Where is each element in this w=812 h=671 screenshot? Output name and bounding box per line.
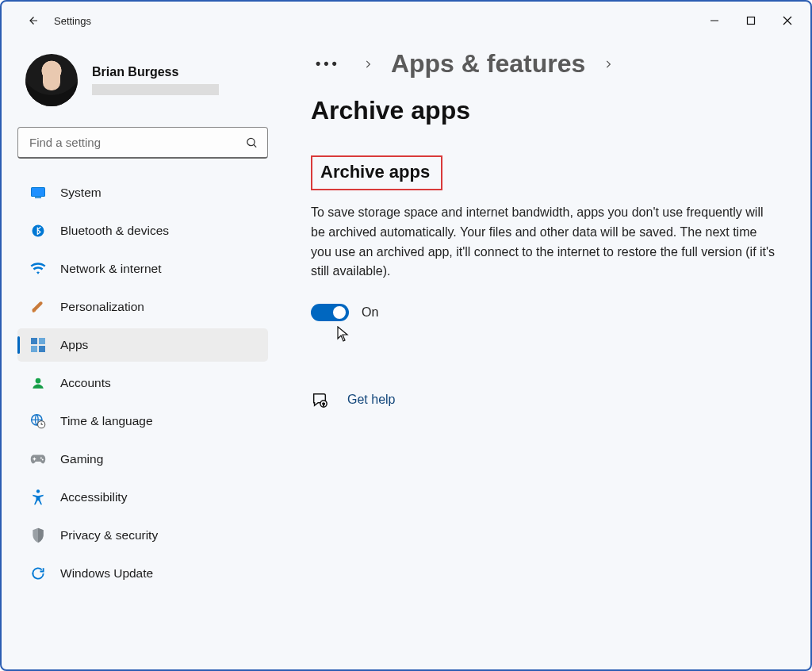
section-description: To save storage space and internet bandw…: [311, 203, 779, 282]
get-help-link[interactable]: Get help: [347, 393, 395, 407]
breadcrumb: ••• Apps & features Archive apps: [311, 49, 788, 125]
sidebar-item-privacy[interactable]: Privacy & security: [17, 519, 268, 552]
sidebar-item-label: Accessibility: [60, 490, 127, 504]
svg-line-5: [254, 144, 256, 147]
search: [17, 127, 268, 159]
sidebar-item-label: Time & language: [60, 414, 153, 428]
chevron-right-icon: [362, 59, 373, 70]
maximize-button[interactable]: [733, 6, 769, 36]
get-help-row[interactable]: ? Get help: [311, 391, 788, 408]
back-button[interactable]: [19, 7, 46, 34]
sidebar-item-label: Apps: [60, 338, 88, 352]
toggle-knob: [333, 306, 346, 319]
globe-clock-icon: [30, 413, 46, 429]
chevron-right-icon: [603, 59, 614, 70]
svg-rect-12: [31, 346, 37, 352]
breadcrumb-current: Archive apps: [311, 96, 470, 125]
minimize-icon: [710, 16, 719, 25]
archive-apps-toggle[interactable]: [311, 304, 349, 321]
maximize-icon: [746, 16, 756, 25]
minimize-button[interactable]: [696, 6, 733, 36]
svg-rect-11: [39, 338, 45, 344]
svg-point-14: [36, 378, 41, 384]
bluetooth-icon: [30, 223, 46, 239]
svg-rect-7: [32, 188, 44, 196]
sidebar-item-time[interactable]: Time & language: [17, 405, 268, 438]
titlebar: Settings: [2, 2, 810, 40]
profile[interactable]: Brian Burgess: [17, 40, 268, 127]
sidebar-item-label: Windows Update: [60, 566, 153, 581]
svg-point-19: [36, 489, 40, 493]
svg-rect-1: [748, 17, 755, 25]
help-icon: ?: [311, 391, 328, 408]
content: ••• Apps & features Archive apps Archive…: [287, 40, 795, 654]
sidebar-item-label: Network & internet: [60, 262, 162, 276]
search-input[interactable]: [17, 127, 268, 159]
person-icon: [30, 375, 46, 391]
sidebar-item-network[interactable]: Network & internet: [17, 252, 268, 286]
svg-point-18: [42, 458, 44, 460]
sidebar-item-personalization[interactable]: Personalization: [17, 290, 268, 324]
archive-apps-toggle-row: On: [311, 304, 788, 321]
breadcrumb-parent[interactable]: Apps & features: [391, 49, 585, 79]
apps-icon: [30, 337, 46, 353]
sidebar-item-gaming[interactable]: Gaming: [17, 443, 268, 476]
svg-text:?: ?: [323, 402, 325, 407]
close-button[interactable]: [769, 6, 806, 36]
monitor-icon: [30, 185, 46, 201]
wifi-icon: [30, 261, 46, 277]
svg-rect-10: [31, 338, 37, 344]
sidebar-item-label: Accounts: [60, 376, 111, 390]
paintbrush-icon: [30, 299, 46, 315]
sidebar-item-label: Privacy & security: [60, 528, 158, 543]
sidebar-item-label: Gaming: [60, 452, 103, 466]
breadcrumb-overflow[interactable]: •••: [311, 56, 345, 72]
section-heading: Archive apps: [311, 155, 442, 190]
sidebar-item-system[interactable]: System: [17, 176, 268, 209]
sidebar-item-accessibility[interactable]: Accessibility: [17, 481, 268, 514]
cursor-icon: [336, 326, 788, 342]
accessibility-icon: [30, 489, 46, 505]
settings-window: Settings Brian Burgess: [0, 0, 812, 671]
profile-email-redacted: [92, 84, 219, 95]
sidebar-item-bluetooth[interactable]: Bluetooth & devices: [17, 214, 268, 247]
sidebar-item-accounts[interactable]: Accounts: [17, 366, 268, 400]
update-icon: [30, 566, 46, 581]
svg-point-4: [247, 138, 255, 145]
search-icon: [245, 136, 259, 150]
app-title: Settings: [54, 15, 91, 27]
arrow-left-icon: [25, 13, 40, 28]
sidebar-item-update[interactable]: Windows Update: [17, 557, 268, 590]
nav-list: System Bluetooth & devices Network & int…: [17, 176, 268, 590]
gamepad-icon: [30, 451, 46, 467]
sidebar-item-apps[interactable]: Apps: [17, 328, 268, 362]
profile-name: Brian Burgess: [92, 65, 219, 79]
svg-point-9: [33, 225, 44, 237]
svg-rect-13: [39, 346, 45, 352]
close-icon: [783, 16, 792, 25]
window-controls: [696, 6, 806, 36]
shield-icon: [30, 527, 46, 543]
sidebar-item-label: System: [60, 186, 102, 200]
svg-point-17: [40, 457, 42, 458]
svg-rect-8: [35, 197, 41, 199]
avatar: [25, 54, 78, 106]
sidebar-item-label: Bluetooth & devices: [60, 224, 169, 238]
sidebar-item-label: Personalization: [60, 300, 144, 314]
sidebar: Brian Burgess System: [17, 40, 287, 654]
toggle-state-label: On: [362, 305, 378, 320]
